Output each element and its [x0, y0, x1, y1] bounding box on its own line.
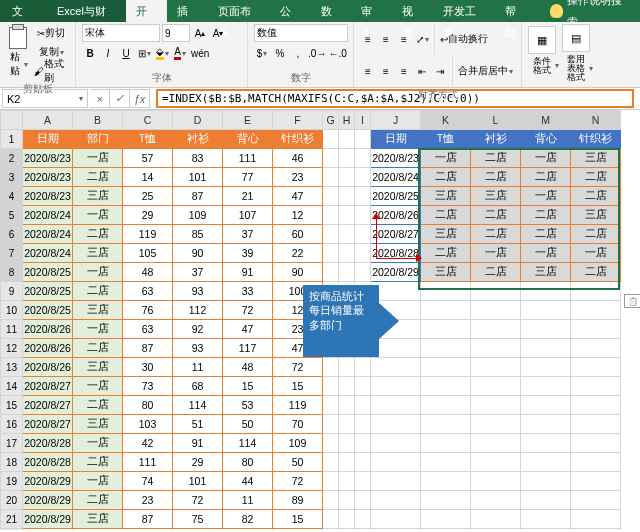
col-header[interactable]: L [471, 111, 521, 130]
row-header[interactable]: 5 [1, 206, 23, 225]
inc-indent-button[interactable]: ⇥ [432, 62, 448, 80]
cell[interactable]: 72 [173, 491, 223, 510]
cell[interactable]: 85 [173, 225, 223, 244]
cell[interactable]: 二店 [471, 263, 521, 282]
col-header[interactable]: K [421, 111, 471, 130]
row-header[interactable]: 9 [1, 282, 23, 301]
cell[interactable]: 三店 [73, 358, 123, 377]
cell[interactable]: 三店 [421, 187, 471, 206]
cell[interactable]: 二店 [73, 396, 123, 415]
col-header[interactable]: N [571, 111, 621, 130]
cell[interactable]: 一店 [521, 187, 571, 206]
cell[interactable]: 二店 [73, 168, 123, 187]
cell[interactable]: 50 [223, 415, 273, 434]
col-header[interactable]: M [521, 111, 571, 130]
cell[interactable]: 14 [123, 168, 173, 187]
table-header[interactable]: 针织衫 [571, 130, 621, 149]
cell[interactable]: 75 [173, 510, 223, 529]
cell[interactable]: 一店 [471, 244, 521, 263]
cell[interactable]: 2020/8/27 [23, 396, 73, 415]
table-header[interactable]: 背心 [223, 130, 273, 149]
cell[interactable]: 73 [123, 377, 173, 396]
tab-layout[interactable]: 页面布局 [208, 0, 270, 22]
cell[interactable]: 83 [173, 149, 223, 168]
align-right-button[interactable]: ≡ [396, 62, 412, 80]
cell[interactable]: 47 [273, 187, 323, 206]
orientation-button[interactable]: ⤢ [414, 30, 430, 48]
cell[interactable]: 107 [223, 206, 273, 225]
cell[interactable]: 2020/8/27 [23, 377, 73, 396]
cell[interactable]: 44 [223, 472, 273, 491]
cell[interactable]: 53 [223, 396, 273, 415]
cell[interactable]: 二店 [571, 225, 621, 244]
cell[interactable]: 15 [273, 377, 323, 396]
cell[interactable]: 一店 [73, 472, 123, 491]
cell[interactable]: 101 [173, 168, 223, 187]
cell[interactable]: 二店 [73, 491, 123, 510]
cell[interactable]: 51 [173, 415, 223, 434]
cell[interactable]: 三店 [471, 187, 521, 206]
font-color-button[interactable]: A [172, 44, 188, 62]
cancel-formula-button[interactable]: × [90, 89, 110, 108]
tab-insert[interactable]: 插入 [167, 0, 208, 22]
cell[interactable]: 72 [223, 301, 273, 320]
cell[interactable]: 114 [173, 396, 223, 415]
fill-color-button[interactable]: ⬙ [154, 44, 170, 62]
cell[interactable]: 80 [123, 396, 173, 415]
row-header[interactable]: 1 [1, 130, 23, 149]
cell[interactable]: 103 [123, 415, 173, 434]
cell[interactable]: 2020/8/23 [371, 149, 421, 168]
cell[interactable]: 12 [273, 206, 323, 225]
cell[interactable]: 2020/8/29 [23, 510, 73, 529]
row-header[interactable]: 17 [1, 434, 23, 453]
cell[interactable]: 80 [223, 453, 273, 472]
cell[interactable]: 2020/8/25 [23, 282, 73, 301]
cell[interactable]: 一店 [73, 206, 123, 225]
align-center-button[interactable]: ≡ [378, 62, 394, 80]
col-header[interactable]: J [371, 111, 421, 130]
cell[interactable]: 二店 [73, 339, 123, 358]
cell[interactable]: 三店 [521, 263, 571, 282]
cell[interactable]: 63 [123, 320, 173, 339]
cell[interactable]: 2020/8/24 [23, 244, 73, 263]
cell[interactable]: 二店 [521, 225, 571, 244]
comma-button[interactable]: , [290, 44, 306, 62]
cell[interactable]: 11 [173, 358, 223, 377]
cell[interactable]: 2020/8/24 [23, 206, 73, 225]
cell[interactable]: 87 [173, 187, 223, 206]
underline-button[interactable]: U [118, 44, 134, 62]
italic-button[interactable]: I [100, 44, 116, 62]
tell-me[interactable]: 操作说明搜索 [540, 0, 640, 22]
fx-button[interactable]: ƒx [130, 89, 150, 108]
cell[interactable]: 29 [173, 453, 223, 472]
row-header[interactable]: 4 [1, 187, 23, 206]
cell[interactable]: 2020/8/27 [23, 415, 73, 434]
number-format-select[interactable] [254, 24, 348, 42]
cell[interactable]: 91 [223, 263, 273, 282]
col-header[interactable]: C [123, 111, 173, 130]
cell[interactable]: 93 [173, 339, 223, 358]
col-header[interactable]: F [273, 111, 323, 130]
cell[interactable]: 22 [273, 244, 323, 263]
row-header[interactable]: 20 [1, 491, 23, 510]
tab-view[interactable]: 视图 [392, 0, 433, 22]
col-header[interactable]: H [339, 111, 355, 130]
cell[interactable]: 一店 [421, 149, 471, 168]
cell[interactable]: 2020/8/26 [23, 320, 73, 339]
cell[interactable]: 90 [173, 244, 223, 263]
cell[interactable]: 三店 [73, 187, 123, 206]
cell[interactable]: 三店 [73, 415, 123, 434]
cell[interactable]: 2020/8/25 [23, 301, 73, 320]
cell[interactable]: 2020/8/24 [371, 168, 421, 187]
cell[interactable]: 112 [173, 301, 223, 320]
cell[interactable]: 63 [123, 282, 173, 301]
cell[interactable]: 二店 [73, 282, 123, 301]
cell[interactable]: 2020/8/28 [23, 453, 73, 472]
cell[interactable]: 111 [123, 453, 173, 472]
tab-file[interactable]: 文件 [0, 0, 45, 22]
tab-data[interactable]: 数据 [311, 0, 352, 22]
cell[interactable]: 89 [273, 491, 323, 510]
cell[interactable]: 三店 [571, 206, 621, 225]
tab-review[interactable]: 审阅 [351, 0, 392, 22]
cell[interactable]: 42 [123, 434, 173, 453]
